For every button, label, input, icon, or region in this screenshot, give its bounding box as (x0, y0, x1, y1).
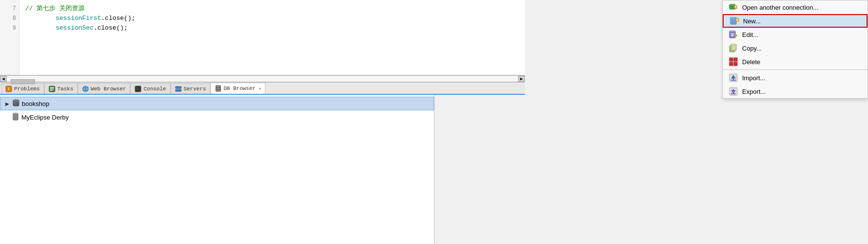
db-icon-myeclipse (12, 113, 19, 122)
export-icon (729, 87, 738, 96)
tab-console[interactable]: >_ Console (130, 83, 170, 94)
svg-rect-45 (734, 62, 737, 66)
svg-rect-43 (734, 58, 737, 61)
globe-icon (82, 86, 89, 92)
bottom-section: ! Problems Tasks (0, 82, 868, 244)
tab-tasks[interactable]: Tasks (44, 83, 78, 94)
copy-icon (729, 43, 738, 53)
tab-servers[interactable]: Servers (171, 83, 210, 94)
tab-bar: ! Problems Tasks (0, 82, 525, 95)
svg-rect-44 (729, 62, 733, 66)
tab-db-browser-label: DB Browser (224, 86, 256, 91)
svg-rect-15 (216, 86, 221, 91)
tab-problems-label: Problems (14, 86, 40, 92)
menu-item-export-label: Export... (742, 88, 765, 95)
menu-item-import[interactable]: Import... (723, 71, 868, 85)
context-menu: Open another connection... New... (722, 0, 868, 99)
menu-item-open-another-connection[interactable]: Open another connection... (723, 0, 868, 14)
delete-icon (729, 57, 738, 67)
code-identifier: sessionFirst (55, 15, 101, 22)
svg-text:>_: >_ (136, 87, 141, 91)
code-line-2: sessionSec.close(); (25, 23, 519, 33)
db-browser-panel: ▶ bookshop ▶ (0, 95, 434, 244)
db-icon-bookshop (12, 99, 20, 108)
svg-point-41 (731, 44, 736, 46)
tree-item-myeclipse-derby-label: MyEclipse Derby (21, 114, 69, 121)
menu-separator (723, 70, 868, 70)
menu-item-import-label: Import... (742, 74, 765, 82)
menu-item-open-another-connection-label: Open another connection... (742, 4, 818, 11)
code-editor: 7 8 9 // 第七步 关闭资源 sessionFirst.close(); … (0, 0, 525, 75)
tree-item-bookshop-label: bookshop (22, 100, 49, 107)
line-number: 8 (0, 14, 16, 23)
scroll-right-button[interactable]: ▶ (518, 76, 525, 82)
svg-marker-38 (735, 34, 737, 37)
tab-servers-label: Servers (184, 86, 206, 92)
code-line-comment: // 第七步 关闭资源 (25, 4, 519, 14)
tree-item-myeclipse-derby[interactable]: ▶ MyEclipse Derby (0, 110, 434, 124)
svg-point-14 (180, 90, 181, 91)
code-identifier: sessionSec (55, 24, 93, 32)
code-line-1: sessionFirst.close(); (25, 14, 519, 23)
tab-db-browser[interactable]: DB Browser ✕ (210, 83, 265, 94)
tab-web-browser[interactable]: Web Browser (78, 83, 131, 94)
panel-content: ▶ bookshop ▶ (0, 95, 868, 244)
menu-item-delete[interactable]: Delete (723, 55, 868, 69)
import-icon (729, 73, 738, 83)
warning-icon: ! (5, 86, 12, 92)
code-content: // 第七步 关闭资源 sessionFirst.close(); sessio… (19, 0, 525, 75)
tab-db-browser-close[interactable]: ✕ (259, 86, 261, 91)
menu-item-edit-label: Edit... (742, 31, 758, 38)
scroll-left-button[interactable]: ◀ (0, 76, 7, 82)
edit-icon (729, 30, 738, 39)
new-icon (729, 16, 739, 26)
tasks-icon (49, 86, 55, 92)
tab-tasks-label: Tasks (57, 86, 73, 92)
menu-item-export[interactable]: Export... (723, 85, 868, 98)
right-empty-bottom (434, 95, 868, 244)
svg-point-29 (730, 17, 736, 19)
menu-item-new[interactable]: New... (723, 14, 868, 28)
tree-item-bookshop[interactable]: ▶ bookshop (0, 97, 434, 110)
expand-arrow-bookshop[interactable]: ▶ (4, 101, 10, 106)
line-number: 7 (0, 4, 16, 14)
line-numbers: 7 8 9 (0, 0, 19, 75)
tab-problems[interactable]: ! Problems (1, 83, 44, 94)
tab-web-browser-label: Web Browser (91, 86, 126, 92)
menu-item-edit[interactable]: Edit... (723, 28, 868, 41)
open-connection-icon (729, 2, 738, 12)
menu-item-delete-label: Delete (742, 58, 761, 66)
svg-point-35 (729, 31, 735, 33)
horizontal-scrollbar[interactable]: ◀ ▶ (0, 75, 525, 82)
svg-point-22 (13, 113, 18, 114)
db-browser-icon (215, 85, 222, 92)
scrollbar-thumb[interactable] (11, 79, 35, 84)
line-number: 9 (0, 23, 16, 33)
svg-point-13 (180, 87, 181, 88)
console-icon: >_ (135, 86, 141, 92)
svg-rect-42 (729, 58, 733, 61)
menu-item-copy-label: Copy... (742, 45, 762, 52)
servers-icon (175, 86, 182, 92)
menu-item-new-label: New... (743, 17, 761, 25)
svg-text:!: ! (7, 87, 10, 92)
menu-item-copy[interactable]: Copy... (723, 41, 868, 55)
tab-console-label: Console (143, 86, 166, 92)
